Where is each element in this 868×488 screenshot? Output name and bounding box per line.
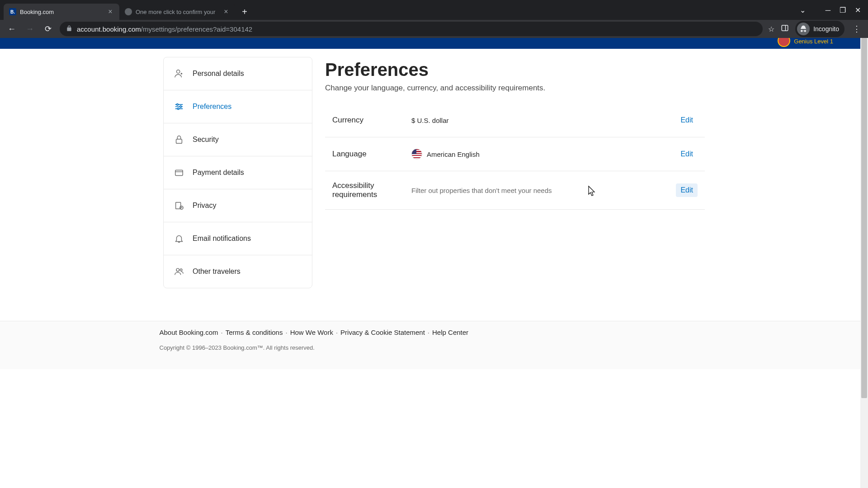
setting-label: Accessibility requirements — [332, 181, 411, 199]
browser-tab-bar: B. Booking.com × One more click to confi… — [0, 0, 868, 20]
sidebar-item-label: Privacy — [193, 202, 216, 210]
minimize-icon[interactable]: ─ — [826, 6, 830, 14]
setting-row-accessibility: Accessibility requirements Filter out pr… — [325, 171, 705, 210]
incognito-icon — [797, 23, 810, 35]
reload-button[interactable]: ⟳ — [42, 23, 54, 35]
main-content: Preferences Change your language, curren… — [325, 57, 705, 288]
edit-button[interactable]: Edit — [676, 183, 698, 197]
setting-value: Filter out properties that don't meet yo… — [411, 187, 676, 194]
sidebar-item-email-notifications[interactable]: Email notifications — [164, 222, 312, 255]
sidebar-item-label: Email notifications — [193, 235, 251, 243]
sidebar-item-label: Personal details — [193, 70, 244, 78]
scrollbar[interactable] — [860, 38, 868, 488]
edit-button[interactable]: Edit — [676, 147, 698, 161]
scrollbar-thumb[interactable] — [861, 38, 867, 398]
svg-point-17 — [176, 268, 179, 271]
sidebar-item-label: Other travelers — [193, 267, 241, 276]
sidebar-item-label: Payment details — [193, 169, 244, 177]
sidebar-item-personal-details[interactable]: Personal details — [164, 57, 312, 90]
sidebar-item-label: Security — [193, 136, 219, 144]
sidebar-item-payment-details[interactable]: Payment details — [164, 156, 312, 189]
incognito-label: Incognito — [813, 25, 839, 33]
svg-rect-0 — [782, 25, 788, 31]
bookmark-star-icon[interactable]: ☆ — [768, 25, 774, 33]
footer-links: About Booking.com·Terms & conditions·How… — [160, 328, 701, 336]
back-button[interactable]: ← — [5, 23, 18, 35]
footer-link-help[interactable]: Help Center — [432, 328, 468, 336]
edit-button[interactable]: Edit — [676, 113, 698, 127]
tab-close-icon[interactable]: × — [222, 8, 230, 15]
svg-point-18 — [180, 269, 182, 271]
svg-point-9 — [177, 108, 179, 110]
genius-level-label: Genius Level 1 — [794, 38, 833, 45]
sidebar-item-preferences[interactable]: Preferences — [164, 90, 312, 123]
svg-point-3 — [181, 73, 183, 75]
settings-sidebar: Personal details Preferences Security — [163, 57, 312, 288]
side-panel-icon[interactable] — [781, 24, 789, 34]
favicon-generic — [125, 8, 132, 15]
page-subtitle: Change your language, currency, and acce… — [325, 84, 705, 93]
setting-row-language: Language American English Edit — [325, 137, 705, 171]
tab-title: One more click to confirm your — [136, 9, 219, 15]
site-header: Genius Level 1 — [0, 38, 860, 49]
svg-point-7 — [177, 104, 179, 106]
sidebar-item-privacy[interactable]: Privacy — [164, 189, 312, 222]
sidebar-item-label: Preferences — [193, 103, 231, 111]
us-flag-icon — [411, 149, 422, 160]
page-viewport: Genius Level 1 Personal details Preferen… — [0, 38, 868, 488]
browser-menu-icon[interactable]: ⋮ — [851, 24, 863, 34]
lock-icon — [174, 134, 184, 145]
sidebar-item-other-travelers[interactable]: Other travelers — [164, 255, 312, 288]
setting-label: Currency — [332, 116, 411, 125]
tab-close-icon[interactable]: × — [107, 8, 114, 15]
user-menu[interactable]: Genius Level 1 — [778, 38, 833, 47]
footer-link-about[interactable]: About Booking.com — [160, 328, 218, 336]
browser-toolbar: ← → ⟳ account.booking.com/mysettings/pre… — [0, 20, 868, 38]
page-footer: About Booking.com·Terms & conditions·How… — [0, 321, 860, 369]
svg-rect-10 — [176, 139, 182, 143]
people-icon — [174, 266, 184, 277]
footer-copyright: Copyright © 1996–2023 Booking.com™. All … — [160, 344, 701, 351]
person-icon — [174, 68, 184, 79]
browser-tab-inactive[interactable]: One more click to confirm your × — [119, 4, 235, 20]
setting-value: American English — [411, 149, 676, 160]
close-window-icon[interactable]: ✕ — [855, 6, 861, 14]
incognito-indicator[interactable]: Incognito — [795, 21, 844, 37]
setting-row-currency: Currency $ U.S. dollar Edit — [325, 103, 705, 137]
favicon-booking: B. — [9, 8, 16, 15]
setting-value: $ U.S. dollar — [411, 117, 676, 124]
forward-button[interactable]: → — [24, 23, 36, 35]
svg-rect-11 — [175, 170, 183, 176]
sidebar-item-security[interactable]: Security — [164, 123, 312, 156]
sliders-icon — [174, 101, 184, 112]
address-bar[interactable]: account.booking.com/mysettings/preferenc… — [60, 22, 763, 36]
url-text: account.booking.com/mysettings/preferenc… — [77, 25, 252, 33]
tab-title: Booking.com — [20, 9, 103, 15]
avatar-icon — [778, 38, 790, 47]
card-icon — [174, 167, 184, 178]
svg-point-8 — [180, 106, 182, 108]
new-tab-button[interactable]: + — [238, 5, 251, 19]
window-controls: ⌄ ─ ❐ ✕ — [800, 6, 864, 20]
maximize-icon[interactable]: ❐ — [840, 6, 846, 14]
browser-tab-active[interactable]: B. Booking.com × — [4, 4, 119, 20]
bell-icon — [174, 233, 184, 244]
lock-icon — [66, 25, 72, 33]
tab-search-icon[interactable]: ⌄ — [800, 6, 816, 14]
svg-point-2 — [177, 70, 180, 73]
privacy-icon — [174, 200, 184, 211]
footer-link-privacy[interactable]: Privacy & Cookie Statement — [340, 328, 425, 336]
page-title: Preferences — [325, 60, 705, 80]
setting-label: Language — [332, 150, 411, 159]
footer-link-how-we-work[interactable]: How We Work — [290, 328, 333, 336]
footer-link-terms[interactable]: Terms & conditions — [226, 328, 283, 336]
